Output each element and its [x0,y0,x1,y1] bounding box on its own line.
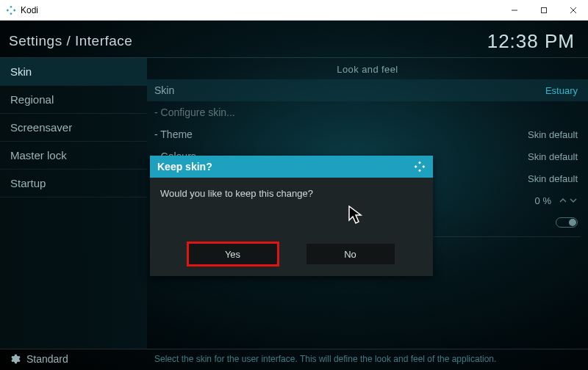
sidebar-item-label: Skin [10,65,32,78]
kodi-app-icon [6,5,16,15]
sidebar-item-label: Regional [10,93,54,106]
svg-rect-8 [418,162,421,164]
setting-label: Skin [154,84,174,96]
kodi-logo-icon [414,161,426,173]
svg-rect-9 [415,165,417,168]
bottombar: Standard Select the skin for the user in… [0,348,588,370]
setting-row-skin[interactable]: Skin Estuary [147,79,588,101]
header: Settings / Interface 12:38 PM [0,21,588,57]
setting-value: Skin default [528,151,578,162]
svg-rect-3 [10,12,12,15]
setting-hint: Select the skin for the user interface. … [147,354,496,364]
window-maximize-button[interactable] [529,0,559,21]
sidebar-item-screensaver[interactable]: Screensaver [0,114,147,141]
sidebar-separator [0,197,147,197]
sidebar-item-label: Screensaver [10,121,72,134]
setting-row-theme[interactable]: - Theme Skin default [147,123,588,145]
keep-skin-dialog: Keep skin? Would you like to keep this c… [150,156,433,276]
section-title: Look and feel [147,58,588,79]
svg-rect-1 [7,9,9,11]
setting-label: - Configure skin... [154,106,235,118]
dialog-header: Keep skin? [150,156,433,178]
setting-value: Skin default [528,173,578,184]
dialog-message: Would you like to keep this change? [150,178,433,244]
dialog-no-button[interactable]: No [306,244,395,264]
gear-icon [9,353,21,365]
dialog-yes-button[interactable]: Yes [189,244,277,264]
sidebar: Skin Regional Screensaver Master lock St… [0,58,147,349]
svg-rect-10 [422,165,425,168]
settings-level-label: Standard [26,353,68,365]
svg-rect-2 [13,9,15,11]
setting-value: Skin default [528,129,578,140]
sidebar-item-master-lock[interactable]: Master lock [0,142,147,169]
window-close-button[interactable] [559,0,588,21]
dialog-title: Keep skin? [157,161,212,173]
sidebar-item-skin[interactable]: Skin [0,58,147,85]
breadcrumb: Settings / Interface [9,33,132,49]
sidebar-item-regional[interactable]: Regional [0,86,147,113]
sidebar-item-label: Master lock [10,149,67,162]
settings-level-button[interactable]: Standard [0,353,147,365]
clock: 12:38 PM [487,30,575,53]
chevron-up-icon [559,196,567,205]
setting-value: 0 % [535,195,551,206]
svg-rect-11 [418,169,421,172]
setting-value: Estuary [545,85,578,96]
window-title: Kodi [21,5,500,15]
app-root: Settings / Interface 12:38 PM Skin Regio… [0,21,588,370]
window-titlebar: Kodi [0,0,588,21]
setting-label: - Theme [154,128,193,140]
sidebar-item-label: Startup [10,177,46,189]
chevron-down-icon [569,196,578,205]
button-label: Yes [225,249,240,260]
window-minimize-button[interactable] [500,0,529,21]
dialog-buttons: Yes No [150,244,433,276]
svg-rect-0 [10,5,12,7]
sidebar-item-startup[interactable]: Startup [0,170,147,197]
zoom-spinner[interactable] [559,196,578,205]
button-label: No [344,249,356,260]
setting-row-configure-skin[interactable]: - Configure skin... [147,101,588,123]
svg-rect-5 [542,7,547,12]
toggle-switch[interactable] [556,217,578,228]
